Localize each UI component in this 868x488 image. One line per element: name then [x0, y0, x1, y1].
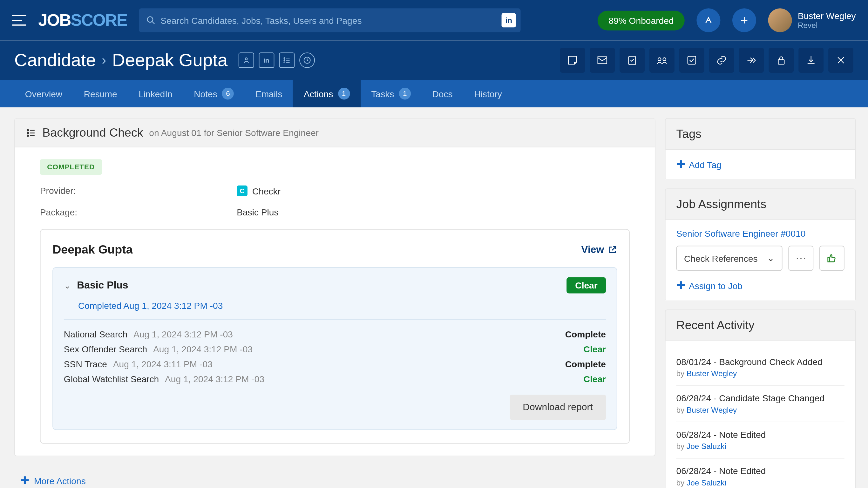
- view-report-link[interactable]: View: [581, 244, 617, 256]
- tab-badge: 1: [399, 88, 411, 100]
- chevron-right-icon: ›: [102, 53, 106, 68]
- activity-item: 06/28/24 - Candidate Stage Changedby Bus…: [676, 386, 844, 422]
- checkr-logo-icon: C: [237, 186, 248, 196]
- check-row: Sex Offender SearchAug 1, 2024 3:12 PM -…: [64, 342, 606, 357]
- approve-action-icon[interactable]: [679, 48, 704, 73]
- download-action-icon[interactable]: [799, 48, 824, 73]
- linkedin-square-icon[interactable]: in: [259, 53, 274, 68]
- more-options-button[interactable]: ⋯: [788, 246, 813, 271]
- tab-resume[interactable]: Resume: [73, 80, 128, 108]
- jobs-panel-title: Job Assignments: [665, 189, 855, 220]
- add-tag-link[interactable]: ✚Add Tag: [676, 158, 844, 171]
- chevron-down-icon: ⌄: [767, 253, 775, 264]
- link-action-icon[interactable]: [709, 48, 734, 73]
- panel-header: Background Check on August 01 for Senior…: [15, 119, 655, 147]
- activity-user-link[interactable]: Buster Wegley: [687, 369, 737, 378]
- panel-title: Background Check: [42, 126, 143, 140]
- package-name: Basic Plus: [77, 279, 128, 291]
- tab-notes[interactable]: Notes6: [183, 80, 245, 108]
- note-action-icon[interactable]: [560, 48, 585, 73]
- add-icon[interactable]: [732, 8, 756, 32]
- breadcrumb-name: Deepak Gupta: [112, 50, 227, 70]
- clock-icon[interactable]: [299, 53, 314, 68]
- tab-tasks[interactable]: Tasks1: [361, 80, 422, 108]
- onboarded-pill[interactable]: 89% Onboarded: [598, 10, 685, 30]
- svg-rect-17: [778, 60, 784, 64]
- job-assignment-link[interactable]: Senior Software Engineer #0010: [676, 228, 844, 239]
- plus-icon: ✚: [20, 474, 29, 487]
- stage-select[interactable]: Check References ⌄: [676, 246, 782, 271]
- activity-user-link[interactable]: Joe Saluzki: [687, 478, 726, 487]
- activity-item: 06/28/24 - Note Editedby Joe Saluzki: [676, 458, 844, 488]
- activity-user-link[interactable]: Joe Saluzki: [687, 442, 726, 451]
- logo[interactable]: JOBSCORE: [38, 11, 127, 30]
- lock-action-icon[interactable]: [769, 48, 794, 73]
- svg-rect-16: [688, 56, 696, 64]
- svg-point-18: [27, 129, 29, 130]
- chevron-down-icon[interactable]: ⌄: [64, 280, 71, 290]
- tab-badge: 6: [222, 88, 234, 100]
- tab-emails[interactable]: Emails: [245, 80, 293, 108]
- clear-status-pill: Clear: [567, 277, 606, 294]
- activity-user-link[interactable]: Buster Wegley: [687, 405, 737, 414]
- checklist-icon[interactable]: [279, 53, 294, 68]
- svg-point-5: [284, 58, 285, 58]
- tags-panel-title: Tags: [665, 119, 855, 150]
- checklist-small-icon: [26, 127, 36, 138]
- activity-item: 08/01/24 - Background Check Addedby Bust…: [676, 349, 844, 386]
- tab-history[interactable]: History: [463, 80, 513, 108]
- svg-point-9: [284, 62, 285, 63]
- tab-actions[interactable]: Actions1: [293, 80, 360, 108]
- activity-item: 06/28/24 - Note Editedby Joe Saluzki: [676, 422, 844, 458]
- tab-linkedin[interactable]: LinkedIn: [128, 80, 183, 108]
- package-value: Basic Plus: [237, 207, 278, 217]
- check-row: SSN TraceAug 1, 2024 3:11 PM -03Complete: [64, 357, 606, 371]
- search-input[interactable]: [156, 15, 514, 25]
- linkedin-icon[interactable]: in: [502, 13, 516, 27]
- provider-label: Provider:: [40, 186, 237, 196]
- svg-point-22: [27, 135, 29, 136]
- tab-overview[interactable]: Overview: [14, 80, 73, 108]
- package-label: Package:: [40, 207, 237, 217]
- task-action-icon[interactable]: [620, 48, 645, 73]
- download-report-button[interactable]: Download report: [509, 395, 606, 420]
- forward-action-icon[interactable]: [739, 48, 764, 73]
- breadcrumb-root[interactable]: Candidate: [14, 50, 96, 70]
- avatar: [768, 8, 792, 32]
- svg-rect-12: [598, 57, 607, 64]
- tab-badge: 1: [338, 88, 350, 100]
- completed-timestamp: Completed Aug 1, 2024 3:12 PM -03: [78, 301, 606, 311]
- assign-to-job-link[interactable]: ✚Assign to Job: [676, 279, 844, 292]
- plus-icon: ✚: [676, 279, 685, 292]
- email-action-icon[interactable]: [590, 48, 615, 73]
- check-row: Global Watchlist SearchAug 1, 2024 3:12 …: [64, 371, 606, 386]
- check-row: National SearchAug 1, 2024 3:12 PM -03Co…: [64, 327, 606, 342]
- detail-candidate-name: Deepak Gupta: [53, 243, 132, 256]
- svg-point-4: [245, 58, 247, 60]
- user-org: Revel: [798, 21, 856, 30]
- referral-icon[interactable]: [696, 8, 720, 32]
- search-icon: [146, 16, 156, 25]
- user-name: Buster Wegley: [798, 11, 856, 21]
- svg-point-20: [27, 132, 29, 133]
- svg-point-15: [663, 58, 666, 61]
- thumbs-up-button[interactable]: [819, 246, 844, 271]
- menu-toggle-icon[interactable]: [12, 15, 26, 26]
- user-menu[interactable]: Buster Wegley Revel: [768, 8, 856, 32]
- profile-card-icon[interactable]: [238, 53, 254, 68]
- activity-panel-title: Recent Activity: [665, 310, 855, 341]
- provider-value: Checkr: [252, 186, 281, 196]
- svg-point-14: [658, 58, 661, 61]
- svg-point-7: [284, 60, 285, 61]
- panel-subtitle: on August 01 for Senior Software Enginee…: [149, 128, 319, 138]
- breadcrumb: Candidate › Deepak Gupta in: [14, 50, 314, 70]
- close-action-icon[interactable]: [828, 48, 854, 73]
- share-action-icon[interactable]: [649, 48, 675, 73]
- more-actions-link[interactable]: ✚ More Actions: [14, 474, 655, 487]
- svg-point-0: [148, 17, 153, 23]
- search-container: in: [139, 8, 521, 32]
- status-badge: COMPLETED: [40, 159, 102, 175]
- plus-icon: ✚: [676, 158, 685, 171]
- tab-docs[interactable]: Docs: [422, 80, 464, 108]
- svg-line-1: [152, 22, 155, 24]
